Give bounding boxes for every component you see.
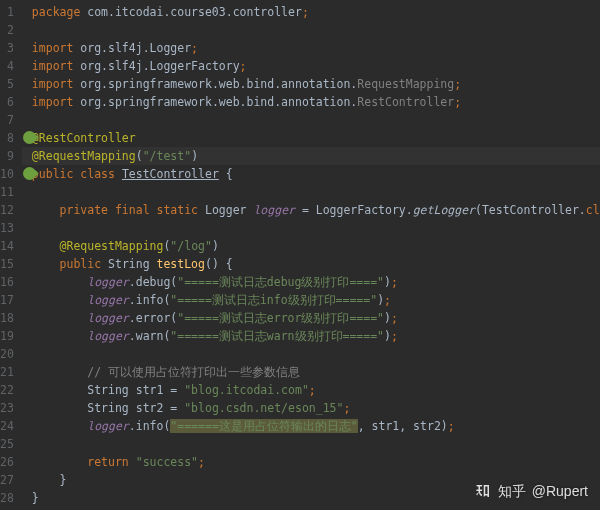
code-token [32, 383, 87, 397]
code-line[interactable] [32, 345, 600, 363]
code-token: org.springframework.web.bind.annotation. [80, 77, 357, 91]
code-token: ; [454, 77, 461, 91]
code-token: "======测试日志warn级别打印=====" [170, 329, 384, 343]
code-token: "=====测试日志info级别打印=====" [170, 293, 377, 307]
code-line[interactable] [32, 183, 600, 201]
code-line[interactable]: // 可以使用占位符打印出一些参数信息 [32, 363, 600, 381]
code-line[interactable]: import org.springframework.web.bind.anno… [32, 75, 600, 93]
line-number: 9 [0, 147, 14, 165]
code-area[interactable]: package com.itcodai.course03.controller;… [22, 0, 600, 510]
watermark: 知乎 @Rupert [474, 482, 588, 500]
code-token: "success" [136, 455, 198, 469]
code-line[interactable] [32, 435, 600, 453]
code-token: { [219, 167, 233, 181]
code-line[interactable]: import org.slf4j.LoggerFactory; [32, 57, 600, 75]
line-number: 18 [0, 309, 14, 327]
code-token: , str1, str2) [358, 419, 448, 433]
code-line[interactable] [32, 111, 600, 129]
code-token: ; [384, 293, 391, 307]
code-line[interactable]: logger.error("=====测试日志error级别打印===="); [32, 309, 600, 327]
code-token: ) [212, 239, 219, 253]
code-token: logger [87, 329, 129, 343]
code-token: getLogger [413, 203, 475, 217]
code-token: "=====测试日志error级别打印====" [177, 311, 384, 325]
code-token: @RestController [32, 131, 136, 145]
code-token: logger [87, 419, 129, 433]
code-token: .error( [129, 311, 177, 325]
line-number: 21 [0, 363, 14, 381]
code-line[interactable]: @RequestMapping("/log") [32, 237, 600, 255]
code-token: String [87, 383, 135, 397]
code-line[interactable]: return "success"; [32, 453, 600, 471]
code-token: } [32, 491, 39, 505]
code-token: "blog.itcodai.com" [184, 383, 309, 397]
zhihu-icon [474, 482, 492, 500]
line-number: 16 [0, 273, 14, 291]
code-token: ) [384, 329, 391, 343]
code-line[interactable]: String str2 = "blog.csdn.net/eson_15"; [32, 399, 600, 417]
code-line[interactable]: String str1 = "blog.itcodai.com"; [32, 381, 600, 399]
code-line[interactable]: logger.info("=====测试日志info级别打印====="); [32, 291, 600, 309]
code-token: ; [454, 95, 461, 109]
code-editor[interactable]: 1234567891011121314151617181920212223242… [0, 0, 600, 510]
code-line[interactable]: logger.info("======这是用占位符输出的日志", str1, s… [32, 417, 600, 435]
line-number: 25 [0, 435, 14, 453]
line-number: 3 [0, 39, 14, 57]
spring-bean-icon[interactable] [20, 131, 36, 147]
code-token: ) [191, 149, 198, 163]
code-token: RequestMapping [357, 77, 454, 91]
code-token: () { [205, 257, 233, 271]
code-line[interactable]: public class TestController { [32, 165, 600, 183]
code-token: "=====测试日志debug级别打印====" [177, 275, 384, 289]
code-line[interactable]: @RequestMapping("/test") [22, 147, 600, 165]
code-token: ) [384, 275, 391, 289]
code-line[interactable]: import org.springframework.web.bind.anno… [32, 93, 600, 111]
line-number: 14 [0, 237, 14, 255]
code-line[interactable] [32, 219, 600, 237]
code-token [32, 329, 87, 343]
code-token: .info( [129, 293, 171, 307]
code-line[interactable]: public String testLog() { [32, 255, 600, 273]
code-line[interactable]: private final static Logger logger = Log… [32, 201, 600, 219]
code-token: ; [343, 401, 350, 415]
code-token: RestController [357, 95, 454, 109]
code-token: ) [384, 311, 391, 325]
watermark-platform: 知乎 [498, 482, 526, 500]
code-token: public class [32, 167, 122, 181]
line-number: 19 [0, 327, 14, 345]
code-line[interactable] [32, 21, 600, 39]
code-token: str1 = [136, 383, 184, 397]
code-token: String [108, 257, 156, 271]
code-token: } [32, 473, 67, 487]
line-number: 20 [0, 345, 14, 363]
code-token: @RequestMapping [32, 149, 136, 163]
code-token [32, 365, 87, 379]
code-token: Logger [205, 203, 253, 217]
code-token: import [32, 95, 80, 109]
code-token: package [32, 5, 87, 19]
line-number: 5 [0, 75, 14, 93]
line-number: 12 [0, 201, 14, 219]
line-number: 10 [0, 165, 14, 183]
code-token: // 可以使用占位符打印出一些参数信息 [87, 365, 300, 379]
line-number: 2 [0, 21, 14, 39]
code-token: ; [240, 59, 247, 73]
code-token: "======这是用占位符输出的日志" [170, 419, 357, 433]
line-number: 15 [0, 255, 14, 273]
code-token: import [32, 59, 80, 73]
code-line[interactable]: package com.itcodai.course03.controller; [32, 3, 600, 21]
code-token [32, 311, 87, 325]
code-line[interactable]: @RestController [32, 129, 600, 147]
code-token: testLog [157, 257, 205, 271]
line-number: 26 [0, 453, 14, 471]
code-token: private final static [60, 203, 205, 217]
code-line[interactable]: import org.slf4j.Logger; [32, 39, 600, 57]
code-token: "/test" [143, 149, 191, 163]
code-line[interactable]: logger.debug("=====测试日志debug级别打印===="); [32, 273, 600, 291]
code-token: ; [198, 455, 205, 469]
spring-bean-icon[interactable] [20, 167, 36, 183]
code-token: str2 = [136, 401, 184, 415]
code-token: ( [136, 149, 143, 163]
code-line[interactable]: logger.warn("======测试日志warn级别打印====="); [32, 327, 600, 345]
watermark-author: @Rupert [532, 482, 588, 500]
